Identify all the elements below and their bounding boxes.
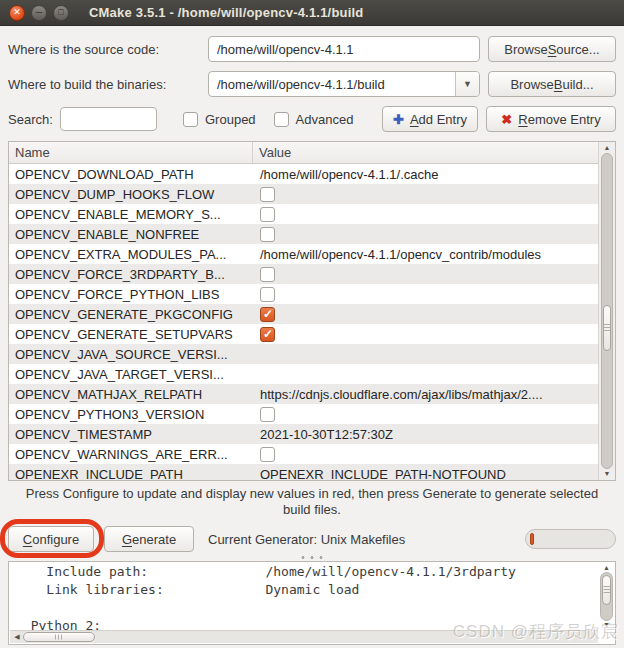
cache-entry-name[interactable]: OPENCV_GENERATE_SETUPVARS — [9, 327, 253, 342]
cache-entry-value[interactable] — [253, 286, 615, 302]
cache-entry-value[interactable] — [253, 226, 615, 242]
cache-entry-value[interactable]: /home/will/opencv-4.1.1/.cache — [253, 167, 615, 182]
cache-entry-name[interactable]: OPENCV_WARNINGS_ARE_ERR... — [9, 447, 253, 462]
generate-mnemonic: G — [122, 532, 132, 547]
cache-entry-value[interactable]: https://cdnjs.cloudflare.com/ajax/libs/m… — [253, 387, 615, 402]
column-header-name[interactable]: Name — [9, 142, 253, 163]
cache-entry-name[interactable]: OPENCV_JAVA_SOURCE_VERSI... — [9, 347, 253, 362]
cache-table-row[interactable]: OPENCV_GENERATE_SETUPVARS — [9, 324, 615, 344]
cache-entry-value[interactable] — [253, 406, 615, 422]
cache-table-row[interactable]: OPENCV_GENERATE_PKGCONFIG — [9, 304, 615, 324]
log-horizontal-thumb[interactable] — [23, 632, 95, 642]
splitter-handle[interactable] — [8, 553, 616, 561]
table-scrollbar-thumb[interactable] — [603, 305, 611, 351]
cache-table-row[interactable]: OPENCV_JAVA_SOURCE_VERSI... — [9, 344, 615, 364]
configure-button[interactable]: Configure — [8, 526, 94, 552]
cache-entry-name[interactable]: OPENCV_FORCE_PYTHON_LIBS — [9, 287, 253, 302]
scroll-up-icon[interactable]: ▲ — [599, 143, 615, 153]
cache-entry-value[interactable] — [253, 446, 615, 462]
cache-entry-value[interactable]: 2021-10-30T12:57:30Z — [253, 427, 615, 442]
cache-entry-value[interactable] — [253, 186, 615, 202]
cache-table-row[interactable]: OPENCV_TIMESTAMP2021-10-30T12:57:30Z — [9, 424, 615, 444]
table-scrollbar-track[interactable] — [601, 153, 613, 469]
build-path-row: Where to build the binaries: /home/will/… — [8, 70, 616, 98]
grouped-checkbox-group: Grouped — [183, 112, 256, 127]
minimize-icon[interactable]: ─ — [31, 5, 47, 21]
advanced-checkbox[interactable] — [274, 112, 289, 127]
cache-entry-name[interactable]: OPENCV_JAVA_TARGET_VERSI... — [9, 367, 253, 382]
cache-entry-value[interactable] — [253, 306, 615, 322]
cache-table-header: Name Value — [9, 142, 615, 164]
cache-entry-name[interactable]: OPENCV_FORCE_3RDPARTY_B... — [9, 267, 253, 282]
cache-table-row[interactable]: OPENCV_ENABLE_NONFREE — [9, 224, 615, 244]
cache-entry-name[interactable]: OPENCV_DUMP_HOOKS_FLOW — [9, 187, 253, 202]
value-checkbox[interactable] — [260, 267, 275, 282]
value-checkbox[interactable] — [260, 287, 275, 302]
cache-entry-name[interactable]: OPENCV_GENERATE_PKGCONFIG — [9, 307, 253, 322]
search-input[interactable] — [60, 107, 157, 131]
cache-entry-name[interactable]: OPENCV_MATHJAX_RELPATH — [9, 387, 253, 402]
maximize-icon[interactable]: □ — [53, 5, 69, 21]
value-checkbox[interactable] — [260, 187, 275, 202]
cache-table-row[interactable]: OPENCV_FORCE_3RDPARTY_B... — [9, 264, 615, 284]
column-header-value[interactable]: Value — [253, 142, 615, 163]
cache-entry-value[interactable] — [253, 206, 615, 222]
browse-build-label-rest: uild... — [562, 77, 593, 92]
log-scrollbar-track[interactable] — [600, 572, 613, 621]
action-row: Configure Generate Current Generator: Un… — [8, 525, 616, 553]
close-icon[interactable]: ✕ — [9, 5, 25, 21]
window-title: CMake 3.5.1 - /home/will/opencv-4.1.1/bu… — [89, 5, 363, 20]
cache-table-row[interactable]: OPENCV_ENABLE_MEMORY_S... — [9, 204, 615, 224]
add-entry-button[interactable]: ✚Add Entry — [382, 106, 478, 132]
cache-table-row[interactable]: OPENCV_DOWNLOAD_PATH/home/will/opencv-4.… — [9, 164, 615, 184]
cache-entry-value[interactable]: /home/will/opencv-4.1.1/opencv_contrib/m… — [253, 247, 615, 262]
remove-entry-button[interactable]: ✖Remove Entry — [486, 106, 616, 132]
value-checkbox[interactable] — [260, 407, 275, 422]
scroll-left-icon[interactable]: ◀ — [12, 631, 22, 643]
cache-entry-name[interactable]: OPENCV_ENABLE_MEMORY_S... — [9, 207, 253, 222]
advanced-checkbox-group: Advanced — [274, 112, 354, 127]
value-checkbox[interactable] — [260, 327, 275, 342]
cache-table-body: OPENCV_DOWNLOAD_PATH/home/will/opencv-4.… — [9, 164, 615, 481]
browse-source-label-rest: ource... — [556, 42, 599, 57]
cache-entry-name[interactable]: OPENCV_DOWNLOAD_PATH — [9, 167, 253, 182]
cache-table-row[interactable]: OPENEXR_INCLUDE_PATHOPENEXR_INCLUDE_PATH… — [9, 464, 615, 481]
source-path-input[interactable] — [208, 36, 480, 62]
cache-table-row[interactable]: OPENCV_EXTRA_MODULES_PA.../home/will/ope… — [9, 244, 615, 264]
cache-table-row[interactable]: OPENCV_FORCE_PYTHON_LIBS — [9, 284, 615, 304]
cache-table-row[interactable]: OPENCV_MATHJAX_RELPATHhttps://cdnjs.clou… — [9, 384, 615, 404]
generate-button[interactable]: Generate — [104, 526, 194, 552]
cache-table-row[interactable]: OPENCV_WARNINGS_ARE_ERR... — [9, 444, 615, 464]
scroll-down-icon[interactable]: ▼ — [599, 469, 615, 479]
configure-mnemonic: C — [23, 532, 32, 547]
grouped-checkbox[interactable] — [183, 112, 198, 127]
build-path-combobox[interactable]: /home/will/opencv-4.1.1/build ▼ — [208, 71, 480, 97]
browse-build-mnemonic: B — [554, 77, 563, 92]
build-path-value[interactable]: /home/will/opencv-4.1.1/build — [209, 77, 455, 92]
progress-bar — [525, 529, 616, 549]
value-checkbox[interactable] — [260, 227, 275, 242]
browse-source-button[interactable]: Browse Source... — [488, 36, 616, 62]
cache-table-row[interactable]: OPENCV_DUMP_HOOKS_FLOW — [9, 184, 615, 204]
cache-table-row[interactable]: OPENCV_PYTHON3_VERSION — [9, 404, 615, 424]
cache-entry-value[interactable] — [253, 266, 615, 282]
cache-entry-name[interactable]: OPENEXR_INCLUDE_PATH — [9, 467, 253, 482]
cache-entry-name[interactable]: OPENCV_EXTRA_MODULES_PA... — [9, 247, 253, 262]
remove-entry-label: emove Entry — [528, 112, 601, 127]
cache-entry-name[interactable]: OPENCV_ENABLE_NONFREE — [9, 227, 253, 242]
cache-entry-name[interactable]: OPENCV_TIMESTAMP — [9, 427, 253, 442]
value-checkbox[interactable] — [260, 447, 275, 462]
cache-entry-name[interactable]: OPENCV_PYTHON3_VERSION — [9, 407, 253, 422]
cache-entry-value[interactable] — [253, 326, 615, 342]
chevron-down-icon[interactable]: ▼ — [455, 72, 479, 96]
value-checkbox[interactable] — [260, 307, 275, 322]
value-checkbox[interactable] — [260, 207, 275, 222]
search-row: Search: Grouped Advanced ✚Add Entry ✖Rem… — [8, 105, 616, 133]
table-scrollbar[interactable]: ▲ ▼ — [598, 142, 615, 480]
generate-label: enerate — [132, 532, 176, 547]
cache-entry-value[interactable]: OPENEXR_INCLUDE_PATH-NOTFOUND — [253, 467, 615, 482]
browse-build-button[interactable]: Browse Build... — [488, 71, 616, 97]
cache-table-row[interactable]: OPENCV_JAVA_TARGET_VERSI... — [9, 364, 615, 384]
log-scrollbar-thumb[interactable] — [602, 575, 611, 605]
search-label: Search: — [8, 112, 60, 127]
